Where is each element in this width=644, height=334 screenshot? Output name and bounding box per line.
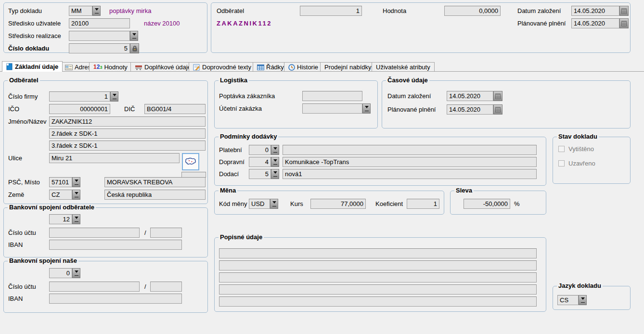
bank-nase-kod-field[interactable]: 0 bbox=[49, 268, 72, 278]
bank-nase-banka-field[interactable] bbox=[150, 282, 182, 292]
tab-label: Doprovodné texty bbox=[202, 64, 251, 71]
clock-icon bbox=[288, 64, 295, 71]
dic-label: DIČ bbox=[124, 104, 135, 114]
tab-doplnkove-udaje[interactable]: Doplňkové údaje bbox=[130, 62, 195, 72]
map-button[interactable] bbox=[182, 153, 199, 170]
psc-field[interactable]: 57101 bbox=[49, 177, 72, 187]
tab-historie[interactable]: Historie bbox=[284, 62, 322, 72]
tab-hodnoty[interactable]: 123 Hodnoty bbox=[89, 62, 132, 72]
cislo-firmy-dropdown-button[interactable] bbox=[110, 91, 118, 102]
jmeno-nazev-line3-field[interactable]: 3.řádek z SDK-1 bbox=[49, 141, 206, 151]
psc-dropdown-button[interactable] bbox=[72, 177, 80, 187]
bank-nase-ucet-separator: / bbox=[144, 282, 146, 292]
bank-odberatele-iban-field[interactable] bbox=[49, 240, 182, 250]
note-pencil-icon bbox=[193, 64, 200, 71]
zeme-nazev-field[interactable]: Česká republika bbox=[104, 190, 206, 200]
tab-doprovodne-texty[interactable]: Doprovodné texty bbox=[189, 62, 256, 72]
jmeno-nazev-field[interactable]: ZAKAZNIK112 bbox=[49, 116, 206, 127]
kod-meny-field[interactable]: USD bbox=[249, 199, 270, 209]
datum-zalozeni-header-calendar-button[interactable] bbox=[619, 6, 629, 16]
jmeno-nazev-line2-field[interactable]: 2.řádek z SDK-1 bbox=[49, 128, 206, 139]
vytisteno-checkbox[interactable] bbox=[558, 146, 565, 152]
tab-label: Prodejní nabídky bbox=[324, 64, 372, 71]
typ-dokladu-label: Typ dokladu bbox=[8, 6, 42, 16]
platebni-code-field[interactable]: 0 bbox=[249, 145, 271, 155]
sliders-icon bbox=[135, 64, 142, 70]
hodnota-field[interactable]: 0,0000 bbox=[444, 6, 501, 16]
planovane-plneni-header-field[interactable]: 14.05.2020 bbox=[571, 18, 619, 28]
platebni-dropdown-button[interactable] bbox=[271, 145, 279, 155]
planovane-plneni-field[interactable]: 14.05.2020 bbox=[447, 104, 493, 115]
zeme-field[interactable]: CZ bbox=[49, 190, 72, 200]
cislo-dokladu-field[interactable]: 5 bbox=[69, 43, 130, 53]
datum-zalozeni-field[interactable]: 14.05.2020 bbox=[447, 91, 493, 101]
poptavka-zakaznika-field[interactable] bbox=[302, 91, 362, 101]
planovane-plneni-calendar-button[interactable] bbox=[493, 104, 502, 115]
jazyk-dokladu-dropdown-button[interactable] bbox=[579, 295, 587, 305]
bank-nase-ucet-field[interactable] bbox=[49, 282, 140, 292]
popisne-line5-field[interactable] bbox=[219, 296, 537, 307]
koeficient-field[interactable]: 1 bbox=[407, 199, 439, 209]
psc-misto-label: PSČ, Místo bbox=[8, 177, 40, 187]
kurs-label: Kurs bbox=[290, 199, 303, 209]
misto-field[interactable]: MORAVSKA TREBOVA bbox=[104, 177, 206, 187]
dopravni-desc-field[interactable]: Komunikace -TopTrans bbox=[283, 157, 537, 167]
odberatel-group-title: Odběratel bbox=[8, 77, 40, 84]
datum-zalozeni-calendar-button[interactable] bbox=[493, 91, 502, 101]
chevron-down-icon bbox=[581, 297, 585, 302]
typ-dokladu-dropdown-button[interactable] bbox=[92, 6, 101, 16]
popisne-line3-field[interactable] bbox=[219, 272, 537, 283]
popisne-line1-field[interactable] bbox=[219, 248, 537, 258]
ucetni-zakazka-field[interactable] bbox=[302, 103, 362, 114]
dopravni-code-field[interactable]: 4 bbox=[249, 157, 271, 167]
ulice-field[interactable]: Miru 21 bbox=[49, 153, 180, 163]
kurs-field[interactable]: 77,0000 bbox=[310, 199, 366, 209]
platebni-desc-field[interactable] bbox=[283, 145, 537, 155]
chevron-down-icon bbox=[95, 8, 99, 13]
popisne-line4-field[interactable] bbox=[219, 284, 537, 295]
tab-radky[interactable]: Řádky bbox=[253, 62, 288, 72]
stredisko-realizace-dropdown-button[interactable] bbox=[130, 31, 138, 41]
popisne-line2-field[interactable] bbox=[219, 260, 537, 270]
datum-zalozeni-header-field[interactable]: 14.05.2020 bbox=[571, 6, 619, 16]
jazyk-dokladu-field[interactable]: CS bbox=[557, 295, 579, 305]
chevron-down-icon bbox=[75, 217, 78, 221]
sleva-field[interactable]: -50,0000 bbox=[464, 199, 510, 209]
chevron-underline bbox=[75, 221, 78, 222]
casove-udaje-group-title: Časové údaje bbox=[386, 77, 429, 84]
tab-zakladni-udaje[interactable]: Základní údaje bbox=[2, 61, 63, 72]
stredisko-realizace-field[interactable] bbox=[69, 31, 130, 41]
ico-field[interactable]: 00000001 bbox=[49, 104, 110, 114]
dopravni-dropdown-button[interactable] bbox=[271, 157, 279, 167]
planovane-plneni-header-calendar-button[interactable] bbox=[619, 18, 629, 28]
bank-odberatele-banka-field[interactable] bbox=[150, 228, 182, 238]
mena-group-title: Měna bbox=[219, 187, 237, 194]
czech-map-icon bbox=[184, 156, 197, 167]
bank-nase-iban-field[interactable] bbox=[49, 294, 182, 304]
ucetni-zakazka-dropdown-button[interactable] bbox=[362, 103, 371, 114]
chevron-underline bbox=[273, 164, 277, 165]
typ-dokladu-field[interactable]: MM bbox=[69, 6, 92, 16]
dodaci-code-field[interactable]: 5 bbox=[249, 169, 271, 179]
bank-nase-group-title: Bankovní spojení naše bbox=[8, 257, 78, 264]
chevron-underline bbox=[132, 38, 136, 39]
chevron-underline bbox=[273, 152, 277, 153]
dodaci-desc-field[interactable]: nová1 bbox=[283, 169, 537, 179]
uzavreno-checkbox[interactable] bbox=[558, 160, 565, 167]
stredisko-uzivatele-field[interactable]: 20100 bbox=[69, 18, 130, 28]
bank-odberatele-ucet-field[interactable] bbox=[49, 228, 140, 238]
kod-meny-dropdown-button[interactable] bbox=[270, 199, 278, 209]
bank-nase-kod-dropdown-button[interactable] bbox=[72, 268, 80, 278]
tab-uzivatelske-atributy[interactable]: Uživatelské atributy bbox=[372, 62, 435, 72]
bank-odberatele-kod-dropdown-button[interactable] bbox=[72, 214, 80, 224]
bank-odberatele-ucet-label: Číslo účtu bbox=[8, 228, 36, 238]
tab-prodejni-nabidky[interactable]: Prodejní nabídky bbox=[320, 62, 376, 72]
cislo-firmy-field[interactable]: 1 bbox=[49, 91, 110, 102]
odberatel-field[interactable]: 1 bbox=[300, 6, 362, 16]
bank-nase-ucet-label: Číslo účtu bbox=[8, 282, 36, 292]
cislo-dokladu-lock-button[interactable] bbox=[130, 43, 139, 53]
dic-field[interactable]: BG001/4 bbox=[144, 104, 206, 114]
dodaci-dropdown-button[interactable] bbox=[271, 169, 279, 179]
bank-odberatele-kod-field[interactable]: 12 bbox=[49, 214, 72, 224]
zeme-dropdown-button[interactable] bbox=[72, 190, 80, 200]
